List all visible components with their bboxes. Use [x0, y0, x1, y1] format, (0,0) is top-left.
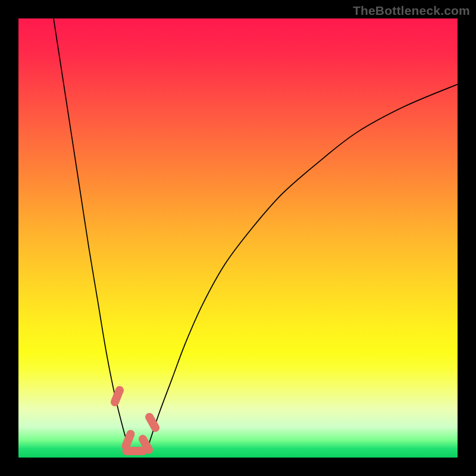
curve-right-path — [146, 84, 458, 453]
curve-svg — [18, 18, 458, 458]
plot-area — [18, 18, 458, 458]
marker-left-lower — [126, 434, 131, 446]
chart-frame: TheBottleneck.com — [0, 0, 476, 476]
marker-left-upper — [115, 390, 120, 402]
marker-right-upper — [149, 417, 155, 428]
watermark-text: TheBottleneck.com — [353, 4, 470, 18]
